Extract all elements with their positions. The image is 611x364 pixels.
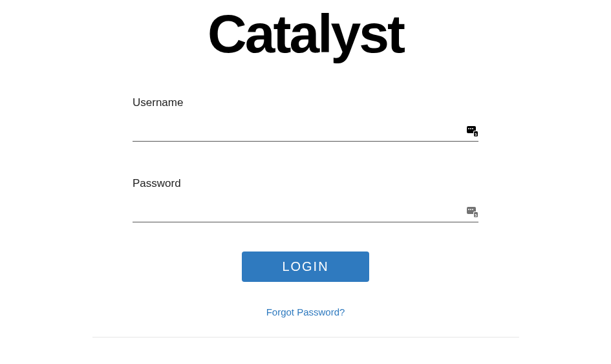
username-label: Username bbox=[133, 96, 478, 109]
svg-point-11 bbox=[470, 209, 471, 210]
forgot-password-link[interactable]: Forgot Password? bbox=[266, 306, 345, 317]
horizontal-divider bbox=[92, 337, 519, 337]
svg-point-10 bbox=[468, 209, 469, 210]
svg-point-5 bbox=[472, 128, 473, 129]
app-logo: Catalyst bbox=[208, 6, 403, 61]
login-form: Username 5 Password bbox=[133, 96, 478, 337]
password-manager-icon[interactable]: 5 bbox=[467, 125, 478, 137]
svg-point-3 bbox=[468, 128, 469, 129]
password-manager-icon[interactable]: 5 bbox=[467, 206, 478, 218]
username-input-wrapper: 5 bbox=[133, 121, 478, 142]
svg-point-12 bbox=[472, 209, 473, 210]
login-button[interactable]: LOGIN bbox=[242, 252, 369, 282]
password-field-group: Password 5 bbox=[133, 177, 478, 222]
username-input[interactable] bbox=[133, 123, 462, 140]
password-input[interactable] bbox=[133, 204, 462, 220]
password-input-wrapper: 5 bbox=[133, 202, 478, 222]
password-label: Password bbox=[133, 177, 478, 190]
username-field-group: Username 5 bbox=[133, 96, 478, 142]
svg-point-4 bbox=[470, 128, 471, 129]
